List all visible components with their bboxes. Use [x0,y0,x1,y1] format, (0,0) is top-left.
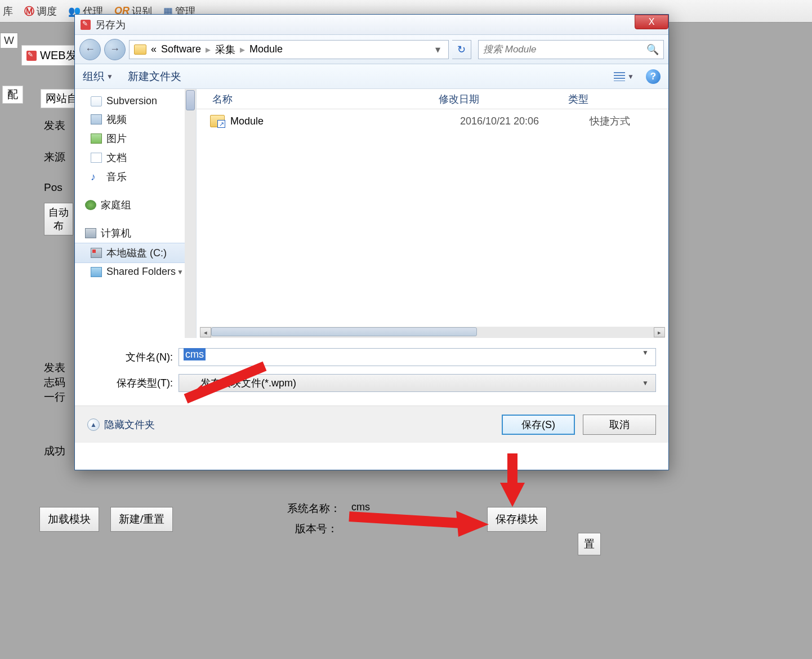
dialog-titlebar[interactable]: 另存为 X [75,15,668,35]
filename-input[interactable]: cms▼ [179,348,656,366]
save-as-dialog: 另存为 X ← → « Software ▸ 采集 ▸ Module ▾ ↻ 🔍… [74,14,669,470]
tree-item-computer[interactable]: 计算机 [75,224,196,243]
tree-item-subversion[interactable]: Subversion [75,92,196,110]
network-folder-icon [91,267,102,277]
collapse-icon: ▲ [87,418,100,431]
folder-icon [134,44,146,55]
music-icon: ♪ [91,172,102,182]
col-header-date[interactable]: 修改日期 [439,92,568,106]
sys-name-label: 系统名称： [287,501,341,516]
bc-module[interactable]: Module [249,43,283,55]
file-icon [91,96,102,106]
col-header-type[interactable]: 类型 [568,92,636,106]
partial-btn[interactable]: 置 [578,533,601,555]
pencil-icon [81,20,91,30]
help-button[interactable]: ? [646,69,661,84]
left-lbl-success: 成功 [44,444,65,458]
file-hscrollbar[interactable]: ◂ ▸ [200,327,665,338]
chevron-down-icon: ▼ [106,73,113,81]
dialog-title: 另存为 [95,18,126,32]
cancel-button[interactable]: 取消 [583,415,656,435]
chevron-down-icon: ▼ [642,379,651,387]
new-folder-button[interactable]: 新建文件夹 [128,69,181,84]
folder-tree-panel: Subversion 视频 图片 文档 ♪音乐 家庭组 计算机 本地磁盘 (C:… [75,89,197,338]
load-module-button[interactable]: 加载模块 [39,507,99,532]
list-view-icon [614,72,625,81]
chevron-down-icon: ▼ [627,73,634,81]
dialog-nav-bar: ← → « Software ▸ 采集 ▸ Module ▾ ↻ 🔍 [75,35,668,64]
chevron-down-icon: ▼ [177,268,184,276]
filename-label: 文件名(N): [109,350,173,364]
tree-item-local-disk-c[interactable]: 本地磁盘 (C:) [75,243,196,263]
file-list-header: 名称 修改日期 类型 [197,89,668,109]
refresh-button[interactable]: ↻ [452,40,471,59]
file-date: 2016/10/21 20:06 [460,115,590,127]
filetype-label: 保存类型(T): [109,376,173,390]
document-icon [91,153,102,163]
pencil-icon [26,51,37,61]
tree-scrollbar[interactable] [185,89,196,338]
picture-icon [91,133,102,144]
tb-item-dispatch[interactable]: Ⓜ调度 [24,5,57,18]
sys-name-value[interactable]: cms [349,500,392,515]
bg-w-label: W [0,33,18,48]
scrollbar-thumb[interactable] [186,90,195,110]
hide-folders-toggle[interactable]: ▲ 隐藏文件夹 [87,418,155,431]
tb-item-ku[interactable]: 库 [3,5,13,18]
file-name: Module [230,115,460,127]
breadcrumb-dropdown[interactable]: ▾ [432,43,444,56]
scroll-left-arrow[interactable]: ◂ [200,327,211,337]
config-label: 配 [2,86,23,104]
view-mode-button[interactable]: ▼ [610,69,638,84]
dialog-form: 文件名(N): cms▼ 保存类型(T): 发布模块文件(*.wpm)▼ [75,338,668,406]
tree-item-homegroup[interactable]: 家庭组 [75,195,196,215]
tree-item-pictures[interactable]: 图片 [75,129,196,148]
new-reset-button[interactable]: 新建/重置 [110,507,173,532]
disk-icon [91,248,102,258]
close-button[interactable]: X [635,15,668,29]
scroll-right-arrow[interactable]: ▸ [654,327,665,337]
bc-caiji[interactable]: 采集 [215,43,235,56]
col-header-name[interactable]: 名称 [197,92,439,106]
search-box[interactable]: 🔍 [478,40,664,59]
bc-prefix: « [151,43,157,55]
search-input[interactable] [483,44,646,55]
breadcrumb[interactable]: « Software ▸ 采集 ▸ Module ▾ [129,40,449,59]
dialog-body: Subversion 视频 图片 文档 ♪音乐 家庭组 计算机 本地磁盘 (C:… [75,89,668,338]
tree-item-music[interactable]: ♪音乐 [75,167,196,186]
tree-item-documents[interactable]: 文档 [75,148,196,167]
save-button[interactable]: 保存(S) [502,415,575,435]
svg-marker-1 [500,483,525,507]
filetype-select[interactable]: 发布模块文件(*.wpm)▼ [179,374,656,392]
svg-marker-2 [456,511,489,537]
web-publish-tab[interactable]: WEB发 [21,45,82,65]
left-lbl-pubcode: 发表 志码 一行 [44,360,65,404]
homegroup-icon [85,200,96,210]
version-label: 版本号： [295,522,338,536]
tree-item-video[interactable]: 视频 [75,110,196,129]
computer-icon [85,228,96,238]
chevron-right-icon: ▸ [240,43,245,56]
shortcut-folder-icon [210,115,225,127]
chevron-down-icon[interactable]: ▼ [642,349,651,357]
nav-forward-button[interactable]: → [104,39,126,60]
nav-back-button[interactable]: ← [79,39,101,60]
search-icon[interactable]: 🔍 [646,43,659,56]
hscroll-thumb[interactable] [211,327,477,336]
dialog-toolbar: 组织 ▼ 新建文件夹 ▼ ? [75,64,668,89]
organize-menu[interactable]: 组织 ▼ [83,69,113,84]
file-type: 快捷方式 [590,114,668,128]
save-module-button[interactable]: 保存模块 [487,507,547,532]
bc-software[interactable]: Software [161,43,201,55]
video-icon [91,114,102,124]
dialog-footer: ▲ 隐藏文件夹 保存(S) 取消 [75,406,668,443]
file-row[interactable]: Module 2016/10/21 20:06 快捷方式 [197,109,668,133]
chevron-right-icon: ▸ [206,43,211,56]
left-btn-auto[interactable]: 自动 布 [44,203,73,235]
tree-item-shared-folders[interactable]: Shared Folders▼ [75,263,196,280]
file-list-area: 名称 修改日期 类型 Module 2016/10/21 20:06 快捷方式 … [197,89,668,338]
